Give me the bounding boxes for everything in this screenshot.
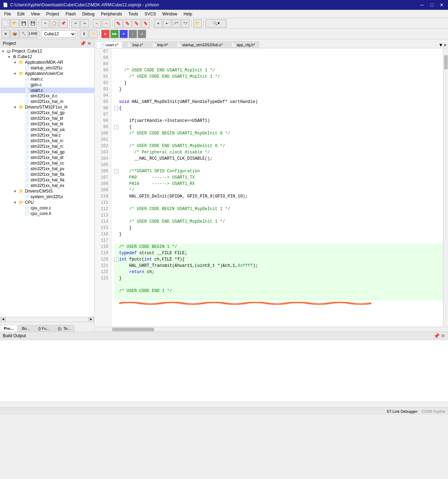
tab-bsp-c[interactable]: 📄 bsp.c* <box>123 41 147 48</box>
tb-copy[interactable]: 📋 <box>50 19 58 28</box>
menu-file[interactable]: File <box>1 11 14 17</box>
fold-indicator[interactable]: - <box>114 106 118 110</box>
fold-indicator[interactable]: - <box>114 125 118 129</box>
tb-bookmark[interactable]: 🔖 <box>114 19 123 28</box>
tabs-overflow[interactable]: ▼ <box>439 42 442 48</box>
code-hscroll[interactable] <box>95 327 448 332</box>
tree-item-hal-rc1[interactable]: 📄stm32f1xx_hal_rc <box>0 138 94 144</box>
tb-paste[interactable]: 📌 <box>59 19 68 28</box>
tb-bookmark4[interactable]: 🔖 <box>142 19 150 28</box>
tb-bookmark2[interactable]: 🔖 <box>123 19 132 28</box>
tree-item-startup[interactable]: 📄startup_stm32f1c <box>0 65 94 71</box>
tree-item-hal-ti1[interactable]: 📄stm32f1xx_hal_tir <box>0 116 94 121</box>
sidebar-pin[interactable]: 📌 <box>80 41 86 46</box>
vscroll-thumb[interactable] <box>444 55 448 69</box>
tb-config[interactable]: 🔧 <box>20 30 28 38</box>
bottom-hscroll[interactable] <box>0 402 448 407</box>
tree-item-project-root[interactable]: ▼🗂Project: Cube12 <box>0 48 94 54</box>
build-close[interactable]: ✕ <box>441 333 445 339</box>
sidebar-close[interactable]: ✕ <box>87 41 91 46</box>
code-lines[interactable]: /* USER CODE END USART1_MspInit 1 */ /* … <box>111 48 443 327</box>
tree-item-usart-c[interactable]: 📄usart.c <box>0 88 94 93</box>
menu-view[interactable]: View <box>28 11 43 17</box>
sidebar-tab-books[interactable]: Bo... <box>18 325 34 332</box>
menu-project[interactable]: Project <box>43 11 62 17</box>
menu-peripherals[interactable]: Peripherals <box>98 11 125 17</box>
menu-tools[interactable]: Tools <box>126 11 141 17</box>
tree-item-drivers-cmsis[interactable]: ▼📁Drivers/CMSIS <box>0 188 94 194</box>
tree-item-cube12[interactable]: ▼⚙Cube12 <box>0 54 94 60</box>
tb-reset[interactable]: ↺ <box>138 30 146 38</box>
tb-build[interactable]: ▶ <box>101 30 110 38</box>
tb-open[interactable]: 📂 <box>11 19 19 28</box>
tb-save[interactable]: 💾 <box>20 19 28 28</box>
close-button[interactable]: ✕ <box>438 1 445 8</box>
tb-info[interactable]: ℹ <box>80 30 88 38</box>
tree-item-hal-c[interactable]: 📄stm32f1xx_hal.c <box>0 132 94 138</box>
tb-target-settings[interactable]: ⚙ <box>1 30 10 38</box>
menu-debug[interactable]: Debug <box>80 11 97 17</box>
tabs-close[interactable]: ✕ <box>444 42 447 48</box>
tree-item-hal-gp2[interactable]: 📄stm32f1xx_hal_gp <box>0 149 94 155</box>
tree-expand[interactable]: ▼ <box>13 61 18 64</box>
tb-uncomment[interactable]: */ <box>181 19 189 28</box>
tree-item-hal-ex[interactable]: 📄stm32f1xx_hal_ex <box>0 183 94 188</box>
tree-item-stm32-it[interactable]: 📄stm32f1xx_it.c <box>0 93 94 99</box>
tb-nav-fwd[interactable]: → <box>102 19 110 28</box>
tb-run[interactable]: ▶▶ <box>110 30 119 38</box>
tab-usart-c[interactable]: 📄 usart.c* <box>96 41 122 48</box>
maximize-button[interactable]: □ <box>428 1 435 8</box>
tb-download[interactable]: ↓ <box>129 30 137 38</box>
tree-item-hal-fla2[interactable]: 📄stm32f1xx_hal_fla <box>0 177 94 183</box>
menu-svcs[interactable]: SVCS <box>142 11 159 17</box>
project-selector[interactable]: Cube12 <box>41 30 76 38</box>
tree-item-cpu-core-h[interactable]: 📄cpu_core.h <box>0 211 94 216</box>
tree-expand[interactable]: ▼ <box>13 72 18 76</box>
tb-comment[interactable]: /* <box>172 19 180 28</box>
tb-bookmark3[interactable]: 🔖 <box>132 19 141 28</box>
fold-indicator[interactable]: - <box>114 169 118 173</box>
menu-window[interactable]: Window <box>159 11 180 17</box>
sidebar-tab-project[interactable]: Pro... <box>0 325 18 332</box>
menu-edit[interactable]: Edit <box>14 11 27 17</box>
tab-bsp-h[interactable]: 📄 bsp.h* <box>148 41 172 48</box>
menu-flash[interactable]: Flash <box>63 11 78 17</box>
tb-redo[interactable]: ↪ <box>81 19 89 28</box>
tree-item-hal-dr[interactable]: 📄stm32f1xx_hal_dr <box>0 155 94 160</box>
sidebar-tab-templates[interactable]: {}↓ Te... <box>54 325 75 332</box>
tree-item-app-user[interactable]: ▼📁Application/User/Cor <box>0 71 94 76</box>
tree-item-app-mdk[interactable]: ▼📁Application/MDK-AR <box>0 60 94 65</box>
scroll-left[interactable]: ◄ <box>1 317 6 322</box>
sidebar-tab-functions[interactable]: {} Fu... <box>34 325 53 332</box>
tree-expand[interactable]: ▼ <box>13 105 18 109</box>
tree-item-hal-pv[interactable]: 📄stm32f1xx_hal_pv <box>0 166 94 172</box>
fold-indicator[interactable]: - <box>114 257 118 262</box>
minimize-button[interactable]: ─ <box>419 1 426 8</box>
tree-item-cpu-core-c[interactable]: 📄cpu_core.c <box>0 205 94 211</box>
hscroll-bar[interactable] <box>112 328 154 331</box>
tree-item-hal-ua[interactable]: 📄stm32f1xx_hal_ua <box>0 127 94 132</box>
tree-expand[interactable]: ▼ <box>13 201 18 204</box>
tb-manage[interactable]: 📦 <box>11 30 19 38</box>
sidebar-tree[interactable]: ▼🗂Project: Cube12▼⚙Cube12▼📁Application/M… <box>0 48 94 317</box>
tree-expand[interactable]: ▼ <box>1 49 6 53</box>
vscroll-right[interactable] <box>443 48 448 327</box>
tree-item-cpu-folder[interactable]: ▼📁CPU <box>0 200 94 205</box>
tb-indent[interactable]: ⇥ <box>154 19 162 28</box>
tree-item-hal-ti2[interactable]: 📄stm32f1xx_hal_tir <box>0 121 94 127</box>
tb-search[interactable]: 🔍▼ <box>206 19 227 28</box>
tb-save-all[interactable]: 💾 <box>29 19 37 28</box>
menu-help[interactable]: Help <box>181 11 195 17</box>
tree-expand[interactable]: ▼ <box>7 55 12 59</box>
tree-item-hal-fla1[interactable]: 📄stm32f1xx_hal_fla <box>0 172 94 177</box>
tb-nav-back[interactable]: ← <box>93 19 101 28</box>
tree-item-system-stm32[interactable]: 📄system_stm32f1x <box>0 194 94 200</box>
tree-item-hal-rc2[interactable]: 📄stm32f1xx_hal_rc <box>0 144 94 149</box>
tb-undo[interactable]: ↩ <box>71 19 80 28</box>
tb-step[interactable]: ⊕ <box>119 30 128 38</box>
tb-unindent[interactable]: ⇤ <box>163 19 171 28</box>
tree-item-hal-cc[interactable]: 📄stm32f1xx_hal_cc <box>0 160 94 166</box>
tb-new[interactable]: 📄 <box>1 19 10 28</box>
tab-app-cfg[interactable]: 📄 app_cfg.h* <box>227 41 259 48</box>
tree-item-stm32-hal-m[interactable]: 📄stm32f1xx_hal_m <box>0 99 94 104</box>
